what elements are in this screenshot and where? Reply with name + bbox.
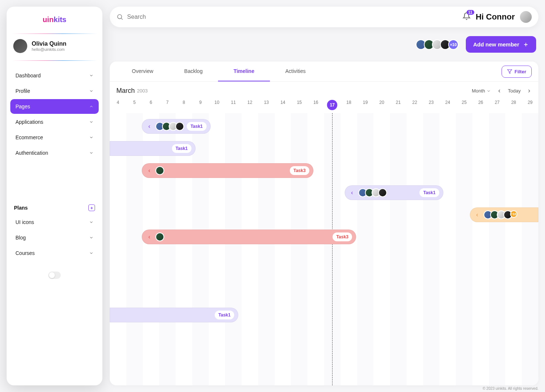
day-cell[interactable]: 6 [143, 100, 159, 110]
nav-label: Profile [15, 88, 30, 94]
user-avatar[interactable] [520, 11, 532, 23]
brand-logo: uinkits [10, 15, 99, 24]
divider [12, 34, 97, 34]
chevron-down-icon [89, 73, 94, 78]
task-bar[interactable]: ‹ +10 [470, 207, 538, 222]
day-cell[interactable]: 20 [373, 100, 390, 110]
greeting-text: Hi Connor [476, 12, 515, 22]
chevron-down-icon [89, 135, 94, 140]
filter-icon [507, 69, 512, 74]
svg-line-1 [121, 18, 123, 20]
member-more-chip[interactable]: +10 [448, 39, 458, 50]
day-cell[interactable]: 8 [176, 100, 192, 110]
day-cell[interactable]: 26 [472, 100, 489, 110]
nav-ui-icons[interactable]: UI icons [10, 215, 99, 230]
nav-pages[interactable]: Pages [10, 99, 99, 114]
day-cell[interactable]: 4 [110, 100, 126, 110]
tab-timeline[interactable]: Timeline [218, 62, 270, 81]
day-cell[interactable]: 14 [275, 100, 291, 110]
nav-profile[interactable]: Profile [10, 84, 99, 98]
day-cell[interactable]: 19 [357, 100, 374, 110]
add-member-label: Add new member [473, 41, 519, 48]
chevron-down-icon [89, 251, 94, 255]
day-cell[interactable]: 11 [225, 100, 242, 110]
timeline-panel: Overview Backlog Timeline Activities Fil… [110, 62, 538, 385]
next-icon[interactable] [527, 88, 532, 94]
profile-block[interactable]: Olivia Quinn hello@uinkits.com [10, 39, 99, 58]
profile-email: hello@uinkits.com [32, 47, 66, 52]
task-avatar [378, 188, 387, 197]
chevron-left-icon: ‹ [145, 122, 153, 130]
brand-part1: uin [43, 15, 54, 24]
chevron-down-icon [89, 120, 94, 124]
notifications-button[interactable]: 11 [463, 12, 471, 22]
day-cell[interactable]: 29 [522, 100, 538, 110]
chevron-down-icon [89, 220, 94, 224]
filter-label: Filter [514, 69, 526, 74]
profile-name: Olivia Quinn [32, 41, 66, 47]
day-cell[interactable]: 15 [291, 100, 307, 110]
day-cell[interactable]: 25 [456, 100, 472, 110]
add-plan-button[interactable]: + [88, 204, 95, 211]
nav-dashboard[interactable]: Dashboard [10, 68, 99, 83]
search-icon [116, 13, 123, 21]
day-cell[interactable]: 17 [327, 100, 337, 110]
footer-text: © 2023 uinkits. All rights reserved. [483, 386, 538, 391]
nav-courses[interactable]: Courses [10, 246, 99, 260]
profile-avatar [13, 39, 27, 53]
day-cell[interactable]: 28 [505, 100, 522, 110]
nav-authentication[interactable]: Authentication [10, 146, 99, 160]
day-cell[interactable]: 16 [307, 100, 324, 110]
day-cell[interactable]: 5 [126, 100, 143, 110]
day-cell[interactable]: 18 [341, 100, 357, 110]
topbar: 11 Hi Connor [110, 7, 538, 27]
nav-applications[interactable]: Applications [10, 115, 99, 129]
task-bar[interactable]: Task1 [110, 141, 196, 156]
plans-title: Plans [14, 205, 28, 211]
sidebar: uinkits Olivia Quinn hello@uinkits.com D… [7, 7, 102, 385]
add-member-button[interactable]: Add new member [466, 36, 536, 53]
task-label: Task3 [333, 232, 352, 241]
main-area: 11 Hi Connor +10 Add new member Overview [110, 7, 538, 385]
task-bar[interactable]: ‹ Task3 [142, 163, 313, 178]
prev-icon[interactable] [497, 88, 502, 94]
task-bar[interactable]: Task1 [110, 308, 238, 322]
view-select[interactable]: Month [472, 88, 491, 94]
tab-overview[interactable]: Overview [116, 62, 169, 81]
tab-activities[interactable]: Activities [270, 62, 321, 81]
search-wrap[interactable] [116, 13, 457, 21]
task-bar[interactable]: ‹ Task1 [142, 119, 210, 134]
svg-marker-4 [507, 70, 512, 74]
day-cell[interactable]: 12 [242, 100, 258, 110]
notification-badge: 11 [467, 10, 474, 15]
day-cell[interactable]: 27 [489, 100, 506, 110]
day-row: 4567891011121314151617181920212223242526… [110, 98, 538, 114]
day-cell[interactable]: 21 [390, 100, 407, 110]
day-cell[interactable]: 13 [258, 100, 275, 110]
task-avatar [155, 166, 164, 175]
nav-ecommerce[interactable]: Ecommerce [10, 130, 99, 145]
day-cell[interactable]: 24 [439, 100, 456, 110]
today-button[interactable]: Today [508, 88, 521, 94]
nav-blog[interactable]: Blog [10, 230, 99, 245]
day-cell[interactable]: 9 [192, 100, 209, 110]
chevron-down-icon [89, 151, 94, 155]
plus-icon [523, 42, 529, 48]
tab-backlog[interactable]: Backlog [169, 62, 218, 81]
filter-button[interactable]: Filter [502, 66, 532, 78]
task-label: Task1 [419, 188, 439, 197]
timeline-month: March [116, 87, 135, 95]
day-cell[interactable]: 23 [423, 100, 440, 110]
day-cell[interactable]: 10 [209, 100, 225, 110]
day-cell[interactable]: 22 [407, 100, 423, 110]
theme-toggle[interactable] [48, 272, 61, 279]
task-bar[interactable]: ‹ Task3 [142, 230, 356, 244]
task-label: Task1 [172, 144, 191, 153]
plans-nav: UI icons Blog Courses [10, 215, 99, 260]
search-input[interactable] [127, 14, 457, 20]
view-label: Month [472, 88, 485, 94]
task-label: Task1 [187, 122, 206, 131]
day-cell[interactable]: 7 [159, 100, 176, 110]
task-bar[interactable]: ‹ Task1 [345, 185, 443, 200]
chevron-left-icon: ‹ [348, 189, 356, 197]
